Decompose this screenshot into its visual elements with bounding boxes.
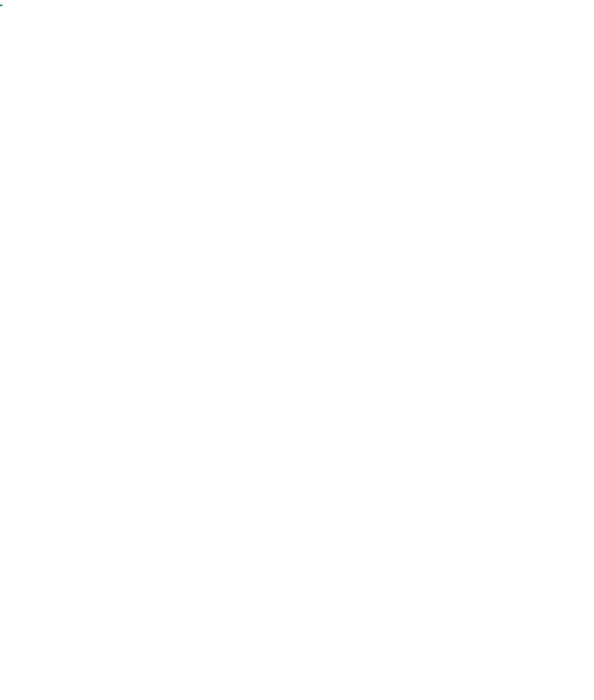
fill-handle[interactable]	[0, 4, 3, 6]
selection-marquee	[0, 5, 2, 6]
